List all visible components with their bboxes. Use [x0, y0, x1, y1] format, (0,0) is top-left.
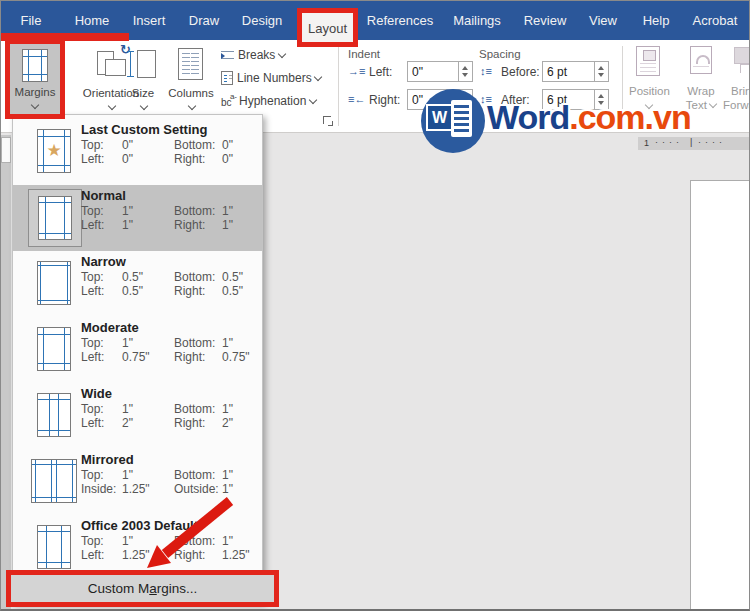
chevron-down-icon — [188, 102, 196, 110]
item-label: Left: — [81, 152, 104, 166]
spacing-before-stepper[interactable] — [594, 62, 608, 81]
ruler-ticks: ···· — [655, 137, 683, 147]
item-value: 2" — [222, 416, 233, 430]
tab-design[interactable]: Design — [242, 13, 282, 28]
item-label: Left: — [81, 218, 104, 232]
tab-references[interactable]: References — [367, 13, 433, 28]
indent-right-label: Right: — [369, 93, 400, 107]
tab-review[interactable]: Review — [524, 13, 567, 28]
item-label: Left: — [81, 416, 104, 430]
moderate-margins-icon — [37, 327, 71, 371]
spacing-before-input[interactable]: 6 pt — [542, 61, 609, 82]
item-value: 0.5" — [222, 284, 243, 298]
line-numbers-icon — [221, 71, 233, 85]
hyphenation-icon: bc a- — [221, 94, 237, 108]
tab-insert[interactable]: Insert — [133, 13, 166, 28]
item-label: Bottom: — [174, 138, 215, 152]
item-label: Bottom: — [174, 336, 215, 350]
indent-left-stepper[interactable] — [458, 62, 472, 81]
vertical-ruler[interactable] — [1, 135, 11, 611]
spacing-before-icon: ↕≡ — [480, 65, 492, 77]
item-value: 1" — [222, 402, 233, 416]
margins-icon — [22, 49, 48, 82]
item-title: Last Custom Setting — [81, 122, 207, 137]
columns-button[interactable]: Columns — [165, 45, 217, 117]
logo-text: Word.com.vn — [487, 98, 691, 137]
item-title: Mirrored — [81, 452, 134, 467]
item-value: 0.5" — [222, 270, 243, 284]
size-button[interactable]: Size — [121, 45, 165, 117]
page-setup-dialog-launcher[interactable] — [323, 116, 333, 126]
item-label: Bottom: — [174, 204, 215, 218]
narrow-margins-icon — [37, 261, 71, 305]
group-divider — [338, 46, 339, 126]
item-label: Right: — [174, 416, 205, 430]
custom-margins-accelerator: a — [149, 581, 157, 596]
tab-home[interactable]: Home — [75, 13, 110, 28]
breaks-label: Breaks — [238, 48, 275, 62]
menu-item-mirrored[interactable]: Mirrored Top: 1" Bottom: 1" Inside: 1.25… — [13, 449, 262, 515]
tab-draw[interactable]: Draw — [189, 13, 219, 28]
item-value: 1" — [122, 336, 133, 350]
indent-left-label: Left: — [369, 65, 392, 79]
ruler-number: 1 — [644, 138, 649, 148]
item-value: 0.75" — [122, 350, 150, 364]
item-value: 1" — [122, 204, 133, 218]
item-label: Right: — [174, 350, 205, 364]
item-title: Office 2003 Default — [81, 518, 198, 533]
item-value: 1" — [222, 336, 233, 350]
indent-left-input[interactable]: 0" — [407, 61, 473, 82]
indent-left-value: 0" — [412, 65, 423, 79]
line-numbers-button[interactable]: Line Numbers — [221, 71, 321, 85]
position-label: Position — [629, 85, 667, 97]
layout-tab-highlight-box: Layout — [297, 8, 358, 47]
item-value: 1.25" — [122, 548, 150, 562]
tab-selector-box[interactable] — [1, 137, 11, 163]
size-icon — [129, 47, 157, 81]
document-page[interactable] — [690, 180, 750, 611]
item-value: 2" — [122, 416, 133, 430]
tab-layout[interactable]: Layout — [308, 21, 347, 36]
item-label: Top: — [81, 336, 104, 350]
mirrored-margins-icon — [31, 459, 77, 503]
ruler-ticks: ···· — [698, 137, 726, 147]
word-w-icon: W — [428, 106, 451, 129]
hyphenation-button[interactable]: bc a- Hyphenation — [221, 94, 316, 108]
menu-item-normal[interactable]: Normal Top: 1" Bottom: 1" Left: 1" Right… — [13, 185, 262, 251]
logo-word-text: Word — [487, 98, 569, 136]
tab-view[interactable]: View — [589, 13, 617, 28]
menu-item-moderate[interactable]: Moderate Top: 1" Bottom: 1" Left: 0.75" … — [13, 317, 262, 383]
tab-file[interactable]: File — [21, 13, 42, 28]
item-label: Bottom: — [174, 402, 215, 416]
chevron-down-icon — [108, 102, 116, 110]
item-label: Inside: — [81, 482, 116, 496]
tab-mailings[interactable]: Mailings — [453, 13, 501, 28]
ruler-half-mark: | — [690, 137, 692, 147]
menu-item-wide[interactable]: Wide Top: 1" Bottom: 1" Left: 2" Right: … — [13, 383, 262, 449]
item-label: Right: — [174, 218, 205, 232]
menu-item-narrow[interactable]: Narrow Top: 0.5" Bottom: 0.5" Left: 0.5"… — [13, 251, 262, 317]
item-value: 1" — [222, 482, 233, 496]
item-label: Top: — [81, 138, 104, 152]
bring-forward-icon — [734, 47, 750, 73]
hyphenation-label: Hyphenation — [239, 94, 306, 108]
wide-margins-icon — [37, 393, 71, 437]
office-2003-margins-icon — [37, 525, 71, 569]
bring-forward-button[interactable]: Bring Forward — [723, 45, 750, 119]
item-label: Left: — [81, 284, 104, 298]
margins-button[interactable]: Margins — [10, 44, 60, 114]
breaks-button[interactable]: Breaks — [221, 48, 285, 62]
item-title: Narrow — [81, 254, 126, 269]
item-value: 1" — [122, 402, 133, 416]
tab-help[interactable]: Help — [643, 13, 670, 28]
menu-item-last-custom-setting[interactable]: ★ Last Custom Setting Top: 0" Bottom: 0"… — [13, 119, 262, 185]
item-value: 0" — [122, 152, 133, 166]
tab-acrobat[interactable]: Acrobat — [693, 13, 738, 28]
item-value: 0" — [222, 138, 233, 152]
item-label: Bottom: — [174, 534, 215, 548]
chevron-down-icon — [314, 73, 322, 81]
item-label: Left: — [81, 548, 104, 562]
horizontal-ruler[interactable]: 1 ···· | ···· — [638, 137, 750, 150]
custom-margins-menu-item[interactable]: Custom Margins... — [11, 575, 274, 602]
bring-forward-label-2: Forward — [723, 99, 750, 111]
